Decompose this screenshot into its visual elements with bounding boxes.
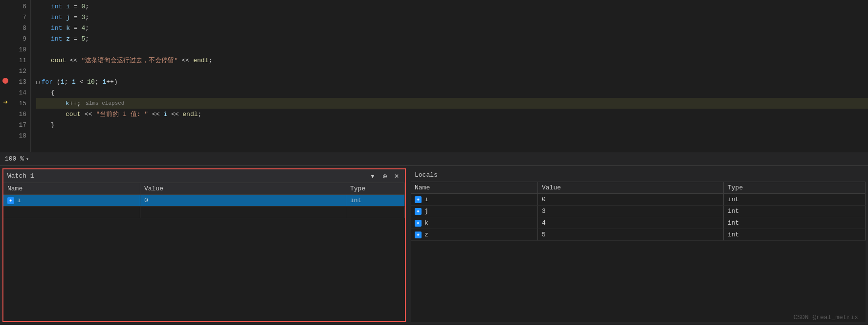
- op-6: =: [70, 3, 81, 10]
- watch-panel-icons: ▼ ⊕ ✕: [368, 172, 401, 181]
- line-num-18: 18: [19, 130, 26, 141]
- line-num-13: 13: [19, 76, 26, 87]
- status-bar: 100 % ▾: [0, 152, 868, 165]
- watch-col-type: Type: [346, 183, 405, 194]
- for-incr-13: ++): [106, 78, 117, 86]
- zoom-level[interactable]: 100 %: [5, 155, 24, 162]
- gutter-line-13[interactable]: [0, 75, 11, 86]
- gutter-line-18: [0, 129, 11, 140]
- watch-cell-value-empty: [140, 207, 346, 218]
- watch-table-header: Name Value Type: [3, 183, 405, 195]
- endl-16: endl: [182, 111, 198, 118]
- locals-row-j[interactable]: ◈ j 3 int: [411, 206, 866, 217]
- locals-col-name: Name: [411, 182, 538, 193]
- cout-16: cout: [66, 111, 81, 118]
- locals-name-k: ◈ k: [411, 217, 538, 229]
- gutter-line-10: [0, 43, 11, 54]
- locals-type-i: int: [724, 194, 866, 205]
- watch-panel-header: Watch 1 ▼ ⊕ ✕: [3, 169, 405, 183]
- watch-row-i[interactable]: ◈ i 0 int: [3, 195, 405, 207]
- num-0-6: 0: [81, 3, 85, 10]
- num-4-8: 4: [81, 24, 85, 32]
- keyword-int-8: int: [51, 24, 62, 32]
- gutter-line-14: [0, 86, 11, 97]
- locals-type-k: int: [724, 217, 866, 229]
- var-k-15: k: [66, 100, 69, 107]
- locals-panel-title: Locals: [411, 168, 866, 182]
- line-num-9: 9: [22, 33, 26, 44]
- gutter-line-9: [0, 32, 11, 43]
- open-brace-14: {: [51, 89, 55, 96]
- op-incr-15: ++;: [69, 100, 81, 107]
- watch-close-button[interactable]: ✕: [392, 172, 401, 181]
- locals-name-i: ◈ i: [411, 194, 538, 205]
- locals-value-z: 5: [538, 229, 724, 240]
- code-line-9: int z = 5 ;: [36, 33, 868, 44]
- keyword-for-13: for: [42, 78, 53, 86]
- watch-cell-value-i: 0: [140, 195, 346, 206]
- cout-11: cout: [51, 57, 66, 64]
- num-10-13: 10: [87, 78, 95, 86]
- op-9: =: [70, 35, 81, 43]
- str-16: "当前的 i 值: ": [96, 110, 148, 118]
- for-semi1-13: ;: [64, 78, 72, 86]
- zoom-dropdown-icon[interactable]: ▾: [26, 156, 29, 162]
- watch-cell-name-i: ◈ i: [3, 195, 140, 206]
- op3-cout-16: <<: [167, 111, 182, 118]
- line-num-16: 16: [19, 109, 26, 119]
- watch-col-value: Value: [140, 183, 346, 194]
- line-num-17: 17: [19, 119, 26, 130]
- gutter-line-11: [0, 54, 11, 65]
- watch-dropdown-button[interactable]: ▼: [368, 172, 378, 181]
- var-k-8: k: [62, 24, 70, 32]
- watch-col-name: Name: [3, 183, 140, 194]
- locals-row-i[interactable]: ◈ i 0 int: [411, 194, 866, 206]
- for-paren-13: (: [53, 78, 61, 86]
- watch-row-empty[interactable]: [3, 207, 405, 218]
- watch-table: Name Value Type ◈ i 0 int: [3, 183, 405, 321]
- gutter: ➜: [0, 0, 11, 152]
- var-i-6: i: [62, 3, 70, 10]
- collapse-icon-13[interactable]: ▢: [36, 79, 40, 85]
- line-num-12: 12: [19, 66, 26, 76]
- keyword-int-9: int: [51, 35, 62, 43]
- code-line-7: int j = 3 ;: [36, 12, 868, 23]
- current-line-arrow: ➜: [3, 97, 8, 107]
- op2-cout-11: <<: [178, 57, 193, 64]
- locals-row-k[interactable]: ◈ k 4 int: [411, 217, 866, 229]
- watch-pin-button[interactable]: ⊕: [380, 172, 389, 181]
- watch-panel-title: Watch 1: [7, 172, 368, 180]
- code-line-18: [36, 130, 868, 141]
- locals-icon-i: ◈: [415, 196, 422, 203]
- code-line-14: {: [36, 87, 868, 98]
- locals-value-i: 0: [538, 194, 724, 205]
- locals-name-j: ◈ j: [411, 206, 538, 217]
- watermark: CSDN @real_metrix: [793, 314, 858, 321]
- code-line-10: [36, 44, 868, 55]
- semi-9: ;: [85, 35, 89, 43]
- locals-icon-z: ◈: [415, 232, 422, 238]
- locals-icon-j: ◈: [415, 208, 422, 215]
- op2-cout-16: <<: [148, 111, 163, 118]
- code-line-11: cout << "这条语句会运行过去，不会停留" << endl ;: [36, 55, 868, 66]
- gutter-line-7: [0, 11, 11, 22]
- keyword-int-7: int: [51, 14, 62, 21]
- op-7: =: [70, 14, 81, 21]
- locals-title-text: Locals: [415, 171, 438, 179]
- line-num-14: 14: [19, 87, 26, 98]
- code-editor[interactable]: int i = 0 ; int j = 3 ; int k =: [30, 0, 868, 152]
- line-num-8: 8: [22, 23, 26, 33]
- close-brace-17: }: [51, 121, 55, 129]
- locals-icon-k: ◈: [415, 220, 422, 227]
- code-line-13: ▢ for ( i ; i < 10 ; i ++): [36, 76, 868, 87]
- watch-panel: Watch 1 ▼ ⊕ ✕ Name Value Type ◈ i: [2, 168, 406, 322]
- locals-var-j: j: [424, 208, 428, 215]
- locals-row-z[interactable]: ◈ z 5 int: [411, 229, 866, 241]
- semi-8: ;: [85, 24, 89, 32]
- endl-11: endl: [193, 57, 208, 64]
- for-semi2-13: ;: [95, 78, 103, 86]
- semi-6: ;: [85, 3, 89, 10]
- locals-value-j: 3: [538, 206, 724, 217]
- gutter-line-6: [0, 0, 11, 11]
- code-line-8: int k = 4 ;: [36, 23, 868, 33]
